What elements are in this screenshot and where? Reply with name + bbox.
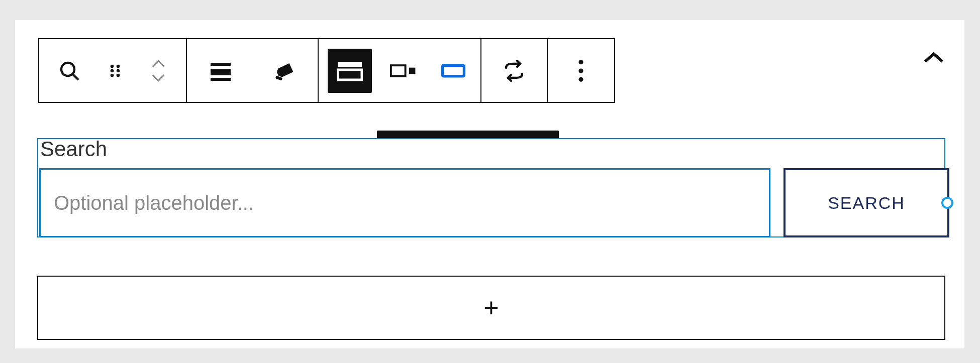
toggle-label-icon	[328, 49, 372, 93]
block-type-search-icon[interactable]	[52, 39, 87, 102]
svg-rect-16	[442, 65, 464, 76]
toolbar-group-block	[39, 39, 187, 102]
svg-rect-10	[211, 78, 231, 81]
block-toolbar	[38, 38, 615, 103]
svg-point-2	[111, 64, 114, 68]
styles-button[interactable]	[264, 39, 305, 102]
svg-point-3	[117, 64, 120, 68]
svg-point-17	[578, 60, 583, 64]
search-row: SEARCH	[39, 168, 949, 237]
search-submit-button[interactable]: SEARCH	[783, 168, 949, 237]
move-down-icon[interactable]	[150, 72, 167, 83]
svg-point-7	[117, 73, 120, 77]
svg-rect-14	[391, 65, 406, 76]
block-appender[interactable]: +	[37, 276, 945, 340]
toggle-label-button[interactable]	[328, 39, 372, 102]
toolbar-group-more	[548, 39, 614, 102]
move-up-icon[interactable]	[150, 58, 167, 69]
svg-line-1	[73, 74, 78, 80]
toolbar-group-align	[187, 39, 319, 102]
ellipsis-vertical-icon	[577, 59, 584, 82]
svg-point-18	[578, 68, 583, 73]
svg-point-5	[117, 69, 120, 72]
svg-point-0	[61, 63, 74, 76]
toolbar-group-link	[481, 39, 548, 102]
align-button[interactable]	[201, 39, 241, 102]
svg-rect-8	[211, 63, 231, 66]
editor-canvas: Use button with icon Search SEARCH +	[15, 20, 964, 348]
svg-point-6	[111, 73, 114, 77]
plus-icon: +	[483, 295, 499, 321]
use-button-with-icon-button[interactable]	[435, 39, 471, 102]
svg-rect-12	[338, 62, 362, 67]
svg-point-19	[578, 77, 583, 81]
svg-point-4	[111, 69, 114, 72]
search-label[interactable]: Search	[40, 137, 107, 161]
chevron-up-icon	[922, 50, 945, 65]
drag-handle-icon[interactable]	[102, 39, 129, 102]
resize-handle[interactable]	[941, 197, 953, 209]
collapse-handle[interactable]	[922, 50, 945, 67]
more-options-button[interactable]	[548, 39, 614, 102]
loop-icon[interactable]	[481, 39, 547, 102]
button-position-button[interactable]	[385, 39, 422, 102]
svg-rect-15	[409, 67, 416, 74]
search-block[interactable]: Search SEARCH	[37, 138, 945, 237]
svg-rect-9	[211, 69, 231, 75]
svg-rect-13	[338, 70, 362, 80]
search-button-label: SEARCH	[828, 193, 905, 213]
toolbar-group-search-options	[319, 39, 481, 102]
block-movers[interactable]	[143, 39, 173, 102]
search-input[interactable]	[39, 168, 770, 237]
